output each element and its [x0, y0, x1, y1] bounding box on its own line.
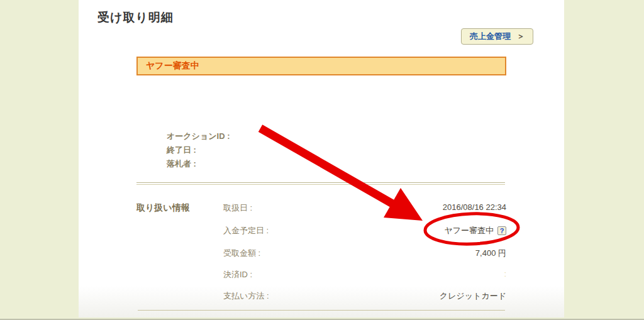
payment-method-label: 支払い方法 :: [223, 290, 269, 302]
receive-amount-label: 受取金額 :: [223, 248, 260, 259]
receipt-detail-panel: 受け取り明細 売上金管理 ＞ ヤフー審査中 オークションID : 終了日 : 落…: [79, 0, 564, 317]
page-background: 受け取り明細 売上金管理 ＞ ヤフー審査中 オークションID : 終了日 : 落…: [0, 0, 644, 320]
table-row-receive-amount: 受取金額 : 7,400 円: [79, 248, 564, 259]
settlement-id-label: 決済ID :: [223, 269, 252, 280]
handling-date-value: 2016/08/16 22:34: [443, 202, 506, 212]
review-status-text: ヤフー審査中: [444, 225, 494, 236]
sales-management-button-label: 売上金管理: [470, 31, 511, 42]
section-divider-double: [136, 182, 505, 185]
receive-amount-value: 7,400 円: [475, 248, 506, 259]
chevron-right-icon: ＞: [517, 31, 525, 43]
auction-info-fields: オークションID : 終了日 : 落札者 :: [167, 131, 230, 173]
table-row-payment-scheduled-date: 入金予定日 : ヤフー審査中 ?: [79, 225, 564, 236]
end-date-label: 終了日 :: [167, 145, 230, 159]
table-row-handling-date: 取扱日 : 2016/08/16 22:34: [79, 202, 564, 214]
payment-scheduled-date-label: 入金予定日 :: [223, 225, 269, 236]
handling-date-label: 取扱日 :: [223, 202, 252, 214]
page-title: 受け取り明細: [97, 9, 174, 26]
settlement-id-value: :: [504, 269, 506, 279]
bottom-divider: [138, 310, 505, 311]
help-question-icon[interactable]: ?: [497, 226, 506, 235]
status-banner-text: ヤフー審査中: [146, 60, 199, 72]
status-banner: ヤフー審査中: [136, 57, 506, 75]
table-row-settlement-id: 決済ID : :: [79, 269, 564, 280]
winner-label: 落札者 :: [167, 159, 230, 173]
payment-scheduled-date-value: ヤフー審査中 ?: [444, 225, 506, 236]
table-row-payment-method: 支払い方法 : クレジットカード: [79, 290, 564, 302]
payment-method-value: クレジットカード: [440, 290, 506, 302]
auction-id-label: オークションID :: [167, 131, 230, 145]
sales-management-button[interactable]: 売上金管理 ＞: [461, 28, 533, 45]
